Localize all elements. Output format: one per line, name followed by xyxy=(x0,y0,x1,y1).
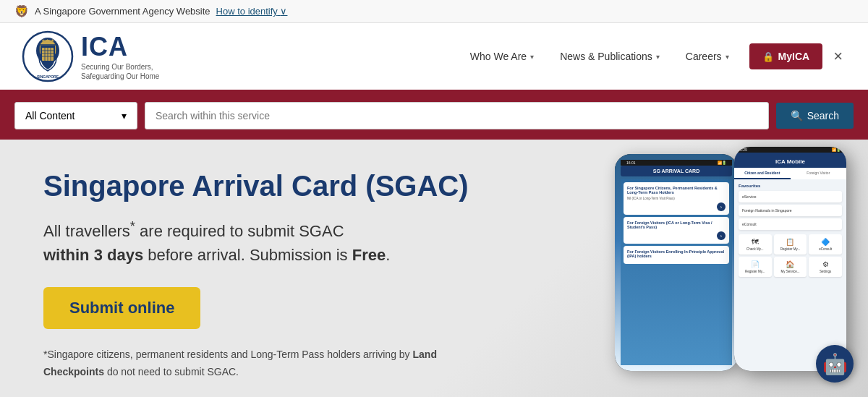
search-bar: All Content ▾ 🔍 Search xyxy=(0,92,868,140)
grid-icon-2: 🔷 xyxy=(811,238,840,246)
phone-front-mockup: 1:29 📶🔋 ICA Mobile Citizen and Resident … xyxy=(734,147,846,371)
phone-grid-item-2: 🔷 eConsult xyxy=(809,234,842,255)
submit-online-button[interactable]: Submit online xyxy=(43,287,200,329)
phone-menu-item-3: eConsult xyxy=(739,218,842,230)
phone-back-mockup: 16:01 📶🔋 SG ARRIVAL CARD For Singapore C… xyxy=(615,154,738,371)
news-publications-chevron-icon: ▾ xyxy=(656,53,660,61)
header: ★ ★ ★ SINGAPORE ICA Securing Our Borders… xyxy=(0,23,868,92)
phone-grid: 🗺 Check My... 📋 Register My... 🔷 eConsul… xyxy=(739,234,842,277)
logo-area: ★ ★ ★ SINGAPORE ICA Securing Our Borders… xyxy=(22,30,159,82)
nav-news-publications[interactable]: News & Publications ▾ xyxy=(547,43,673,69)
chatbot-icon: 🤖 xyxy=(822,352,848,376)
hero-subtitle: All travellers* are required to submit S… xyxy=(43,216,469,267)
hero-banner: Singapore Arrival Card (SGAC) All travel… xyxy=(0,140,868,397)
gov-bar-text: A Singapore Government Agency Website xyxy=(35,6,210,17)
hero-content: Singapore Arrival Card (SGAC) All travel… xyxy=(43,168,469,381)
chatbot-button[interactable]: 🤖 xyxy=(816,345,854,383)
phone-menu-item-1: eService xyxy=(739,191,842,202)
phone-menu-item-2: Foreign Nationals in Singapore xyxy=(739,205,842,216)
phone-grid-item-4: 🏠 My Service... xyxy=(774,257,807,277)
grid-icon-1: 📋 xyxy=(776,238,805,246)
ica-tagline-line2: Safeguarding Our Home xyxy=(81,72,159,81)
phone-tab-citizen[interactable]: Citizen and Resident xyxy=(734,168,791,179)
phone-back-card1-arrow: › xyxy=(717,202,726,211)
phone-back-card3: For Foreign Visitors Enrolling In-Princi… xyxy=(624,246,729,264)
search-button[interactable]: 🔍 Search xyxy=(776,103,854,129)
phone-grid-item-1: 📋 Register My... xyxy=(774,234,807,255)
dropdown-arrow-icon: ▾ xyxy=(122,110,127,121)
nav-who-we-are[interactable]: Who We Are ▾ xyxy=(457,43,547,69)
phone-tab-foreign[interactable]: Foreign Visitor xyxy=(791,168,847,179)
how-to-identify-link[interactable]: How to identify ∨ xyxy=(216,6,288,17)
lion-icon: 🦁 xyxy=(14,4,29,18)
hero-note: *Singapore citizens, permanent residents… xyxy=(43,346,448,381)
nav-area: Who We Are ▾ News & Publications ▾ Caree… xyxy=(457,43,846,69)
myica-button[interactable]: 🔒 MyICA xyxy=(749,43,823,69)
close-button[interactable]: × xyxy=(830,43,846,69)
search-input[interactable] xyxy=(145,102,769,129)
phone-back-header: SG ARRIVAL CARD xyxy=(621,166,732,176)
gov-bar: 🦁 A Singapore Government Agency Website … xyxy=(0,0,868,23)
phone-back-card1: For Singapore Citizens, Permanent Reside… xyxy=(624,182,729,215)
phone-grid-item-3: 📄 Register My... xyxy=(739,257,772,277)
logo-text-block: ICA Securing Our Borders, Safeguarding O… xyxy=(81,32,159,81)
phone-back-card2-arrow: › xyxy=(717,231,726,240)
content-type-dropdown[interactable]: All Content ▾ xyxy=(14,102,137,129)
nav-careers[interactable]: Careers ▾ xyxy=(673,43,742,69)
ica-initials: ICA xyxy=(81,32,159,62)
lock-icon: 🔒 xyxy=(762,51,774,62)
svg-text:★ ★ ★: ★ ★ ★ xyxy=(41,38,54,43)
grid-icon-3: 📄 xyxy=(741,260,770,268)
careers-chevron-icon: ▾ xyxy=(726,53,729,61)
ica-tagline-line1: Securing Our Borders, xyxy=(81,62,159,72)
ica-emblem: ★ ★ ★ SINGAPORE xyxy=(22,30,74,82)
hero-title: Singapore Arrival Card (SGAC) xyxy=(43,168,469,203)
search-icon: 🔍 xyxy=(791,110,803,121)
grid-icon-0: 🗺 xyxy=(741,238,770,246)
svg-text:SINGAPORE: SINGAPORE xyxy=(37,74,59,79)
phone-back-card2: For Foreign Visitors (ICA or Long-Term V… xyxy=(624,217,729,244)
grid-icon-4: 🏠 xyxy=(776,260,805,268)
phone-front-header: ICA Mobile xyxy=(734,153,846,168)
phone-front-tabs: Citizen and Resident Foreign Visitor xyxy=(734,168,846,179)
who-we-are-chevron-icon: ▾ xyxy=(530,53,534,61)
phone-grid-item-5: ⚙ Settings xyxy=(809,257,842,277)
phone-front-content: Favourites eService Foreign Nationals in… xyxy=(734,179,846,371)
phone-section-title: Favourites xyxy=(739,184,842,188)
grid-icon-5: ⚙ xyxy=(811,260,840,268)
phone-grid-item-0: 🗺 Check My... xyxy=(739,234,772,255)
